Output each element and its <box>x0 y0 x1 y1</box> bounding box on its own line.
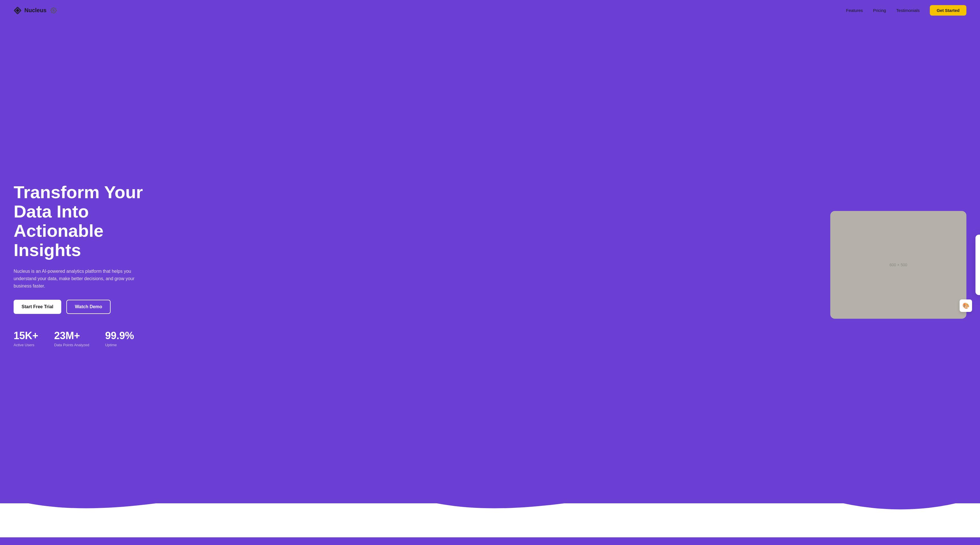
nav-testimonials[interactable]: Testimonials <box>896 8 920 13</box>
logo-text: Nucleus <box>24 7 46 14</box>
hero-section: Transform Your Data Into Actionable Insi… <box>0 21 980 503</box>
nucleus-logo-icon <box>14 6 22 14</box>
hero-title: Transform Your Data Into Actionable Insi… <box>14 183 161 260</box>
stat-users-value: 15K+ <box>14 330 38 342</box>
stat-uptime: 99.9% Uptime <box>105 330 134 347</box>
gear-icon <box>51 7 57 14</box>
nav-pricing[interactable]: Pricing <box>873 8 886 13</box>
logo: Nucleus <box>14 6 57 14</box>
stat-active-users: 15K+ Active Users <box>14 330 38 347</box>
image-dimensions: 600 × 500 <box>889 262 907 267</box>
navbar: Nucleus Features Pricing Testimonials Ge… <box>0 0 980 21</box>
get-started-button[interactable]: Get Started <box>930 5 966 16</box>
style-switcher-panel: Style Switcher Color Themes Dark Mode En… <box>975 235 980 295</box>
hero-content: Transform Your Data Into Actionable Insi… <box>14 183 161 347</box>
nav-features[interactable]: Features <box>846 8 863 13</box>
stat-uptime-label: Uptime <box>105 343 134 347</box>
stat-points-value: 23M+ <box>54 330 89 342</box>
stat-data-points: 23M+ Data Points Analyzed <box>54 330 89 347</box>
watch-demo-button[interactable]: Watch Demo <box>66 300 111 314</box>
hero-subtitle: Nucleus is an AI-powered analytics platf… <box>14 268 144 289</box>
stat-users-label: Active Users <box>14 343 38 347</box>
hero-image-area: 600 × 500 🎨 Style Switcher Color Themes … <box>830 211 966 319</box>
stat-points-label: Data Points Analyzed <box>54 343 89 347</box>
hero-buttons: Start Free Trial Watch Demo <box>14 300 161 314</box>
start-trial-button[interactable]: Start Free Trial <box>14 300 61 314</box>
palette-button[interactable]: 🎨 <box>959 299 972 312</box>
wave-svg <box>0 503 980 537</box>
nav-links: Features Pricing Testimonials Get Starte… <box>846 5 966 16</box>
hero-stats: 15K+ Active Users 23M+ Data Points Analy… <box>14 330 161 347</box>
svg-point-0 <box>16 9 19 12</box>
wave-divider <box>0 503 980 537</box>
hero-image-placeholder: 600 × 500 <box>830 211 966 319</box>
stat-uptime-value: 99.9% <box>105 330 134 342</box>
